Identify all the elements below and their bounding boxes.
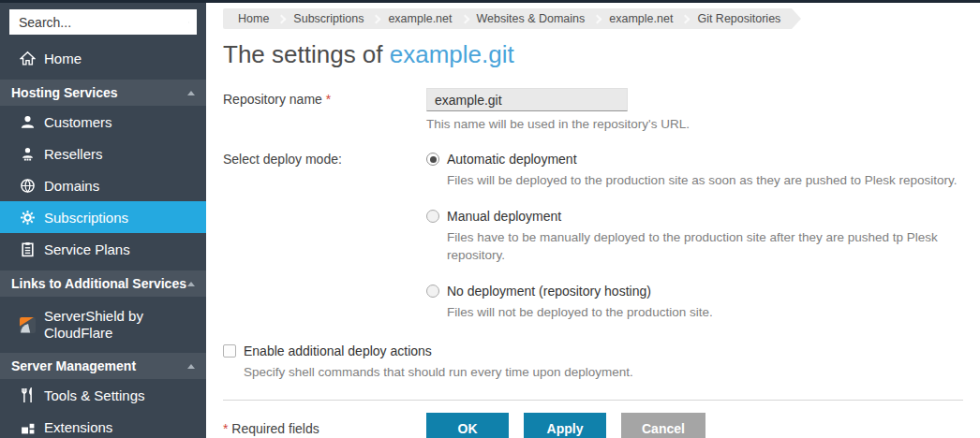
repository-name-field-cell: This name will be used in the repository… bbox=[426, 88, 963, 131]
breadcrumb-item-websites-domains[interactable]: Websites & Domains bbox=[469, 12, 593, 25]
search-input[interactable] bbox=[19, 15, 188, 30]
breadcrumb-separator-icon bbox=[460, 14, 469, 23]
breadcrumb-separator-icon bbox=[277, 14, 287, 23]
deploy-option-none: No deployment (repository hosting) Files… bbox=[426, 284, 963, 322]
ok-button[interactable]: OK bbox=[426, 413, 509, 438]
breadcrumb-item-home[interactable]: Home bbox=[230, 12, 276, 25]
page-title-prefix: The settings of bbox=[223, 40, 390, 68]
repository-name-hint: This name will be used in the repository… bbox=[426, 117, 963, 131]
sidebar-item-label: ServerShield by CloudFlare bbox=[44, 308, 185, 342]
sidebar-item-servershield[interactable]: ServerShield by CloudFlare bbox=[0, 302, 206, 347]
enable-deploy-actions-checkbox[interactable] bbox=[223, 344, 236, 358]
sidebar-item-extensions[interactable]: Extensions bbox=[0, 411, 206, 438]
search-icon[interactable] bbox=[188, 15, 189, 30]
sidebar-item-label: Home bbox=[44, 51, 82, 66]
settings-form: Repository name * This name will be used… bbox=[223, 88, 963, 438]
servershield-icon bbox=[20, 317, 36, 333]
sidebar-item-tools-settings[interactable]: Tools & Settings bbox=[0, 379, 206, 411]
breadcrumb-item-git-repositories[interactable]: Git Repositories bbox=[690, 12, 788, 25]
sidebar-item-customers[interactable]: Customers bbox=[0, 106, 206, 138]
required-asterisk: * bbox=[326, 92, 331, 107]
radio-line: No deployment (repository hosting) bbox=[426, 284, 963, 299]
deploy-mode-row: Select deploy mode: Automatic deployment… bbox=[223, 148, 963, 334]
sidebar-item-label: Tools & Settings bbox=[44, 387, 145, 403]
page-title-repo-name: example.git bbox=[390, 40, 514, 68]
sidebar-item-resellers[interactable]: Resellers bbox=[0, 138, 206, 169]
sidebar-item-label: Extensions bbox=[44, 419, 112, 435]
breadcrumb-separator-icon bbox=[593, 14, 602, 23]
deploy-mode-options: Automatic deployment Files will be deplo… bbox=[426, 148, 963, 334]
sidebar-item-service-plans[interactable]: Service Plans bbox=[0, 233, 206, 265]
checkbox-line: Enable additional deploy actions bbox=[223, 343, 963, 358]
deploy-actions-row: Enable additional deploy actions Specify… bbox=[223, 343, 963, 379]
sidebar: Home Hosting Services Customers Reseller… bbox=[0, 0, 206, 438]
radio-line: Automatic deployment bbox=[426, 152, 963, 167]
repository-name-label: Repository name * bbox=[223, 88, 426, 131]
breadcrumb-item-example-net[interactable]: example.net bbox=[380, 12, 459, 25]
domains-icon bbox=[20, 178, 36, 194]
home-icon bbox=[20, 51, 36, 66]
sidebar-item-home[interactable]: Home bbox=[0, 42, 206, 74]
page-title: The settings of example.git bbox=[223, 40, 963, 69]
deploy-option-automatic: Automatic deployment Files will be deplo… bbox=[426, 152, 963, 190]
service-plans-icon bbox=[20, 241, 36, 257]
radio-description: Files will not be deployed to the produc… bbox=[447, 303, 963, 322]
breadcrumb-item-example-net-2[interactable]: example.net bbox=[601, 12, 680, 25]
form-divider bbox=[223, 400, 963, 401]
subscriptions-icon bbox=[20, 210, 36, 226]
enable-deploy-actions-label[interactable]: Enable additional deploy actions bbox=[244, 343, 432, 358]
main-content: Home Subscriptions example.net Websites … bbox=[223, 3, 963, 438]
sidebar-section-links-additional-services[interactable]: Links to Additional Services bbox=[0, 270, 206, 297]
breadcrumb-item-subscriptions[interactable]: Subscriptions bbox=[286, 12, 371, 25]
radio-label[interactable]: Automatic deployment bbox=[447, 152, 577, 167]
radio-no-deployment[interactable] bbox=[426, 285, 439, 298]
resellers-icon bbox=[20, 146, 36, 162]
sidebar-section-hosting-services[interactable]: Hosting Services bbox=[0, 80, 206, 106]
repository-name-row: Repository name * This name will be used… bbox=[223, 88, 963, 131]
section-label: Hosting Services bbox=[11, 85, 187, 100]
collapse-arrow-icon bbox=[187, 364, 195, 369]
sidebar-item-label: Subscriptions bbox=[44, 210, 128, 226]
apply-button[interactable]: Apply bbox=[524, 413, 606, 438]
radio-line: Manual deployment bbox=[426, 209, 963, 224]
required-asterisk: * bbox=[223, 421, 228, 436]
radio-label[interactable]: Manual deployment bbox=[447, 209, 561, 224]
customers-icon bbox=[20, 114, 36, 130]
collapse-arrow-icon bbox=[187, 282, 195, 286]
top-border bbox=[0, 0, 980, 3]
breadcrumb-separator-icon bbox=[372, 14, 381, 23]
sidebar-item-label: Service Plans bbox=[44, 241, 130, 257]
breadcrumb-separator-icon bbox=[681, 14, 690, 23]
sidebar-item-domains[interactable]: Domains bbox=[0, 169, 206, 201]
collapse-arrow-icon bbox=[187, 91, 195, 95]
extensions-icon bbox=[20, 419, 36, 435]
sidebar-item-label: Customers bbox=[44, 114, 112, 130]
sidebar-section-server-management[interactable]: Server Management bbox=[0, 353, 206, 379]
section-label: Server Management bbox=[11, 358, 187, 373]
radio-label[interactable]: No deployment (repository hosting) bbox=[447, 284, 651, 299]
deploy-actions-hint: Specify shell commands that should run e… bbox=[244, 365, 963, 379]
breadcrumb: Home Subscriptions example.net Websites … bbox=[223, 8, 792, 29]
section-label: Links to Additional Services bbox=[11, 276, 187, 291]
sidebar-item-label: Resellers bbox=[44, 146, 103, 162]
cancel-button[interactable]: Cancel bbox=[621, 413, 705, 438]
deploy-option-manual: Manual deployment Files have to be manua… bbox=[426, 209, 963, 265]
radio-description: Files will be deployed to the production… bbox=[447, 171, 963, 190]
deploy-mode-label: Select deploy mode: bbox=[223, 148, 426, 334]
button-row: OK Apply Cancel bbox=[426, 413, 963, 438]
repository-name-input[interactable] bbox=[426, 88, 628, 111]
sidebar-item-subscriptions[interactable]: Subscriptions bbox=[0, 201, 206, 233]
sidebar-search[interactable] bbox=[9, 9, 197, 35]
form-footer: * Required fields OK Apply Cancel bbox=[223, 413, 963, 438]
required-fields-note: * Required fields bbox=[223, 421, 426, 436]
radio-automatic-deployment[interactable] bbox=[426, 153, 439, 166]
radio-manual-deployment[interactable] bbox=[426, 210, 439, 223]
tools-settings-icon bbox=[20, 387, 36, 403]
radio-description: Files have to be manually deployed to th… bbox=[447, 228, 963, 265]
sidebar-item-label: Domains bbox=[44, 178, 99, 194]
